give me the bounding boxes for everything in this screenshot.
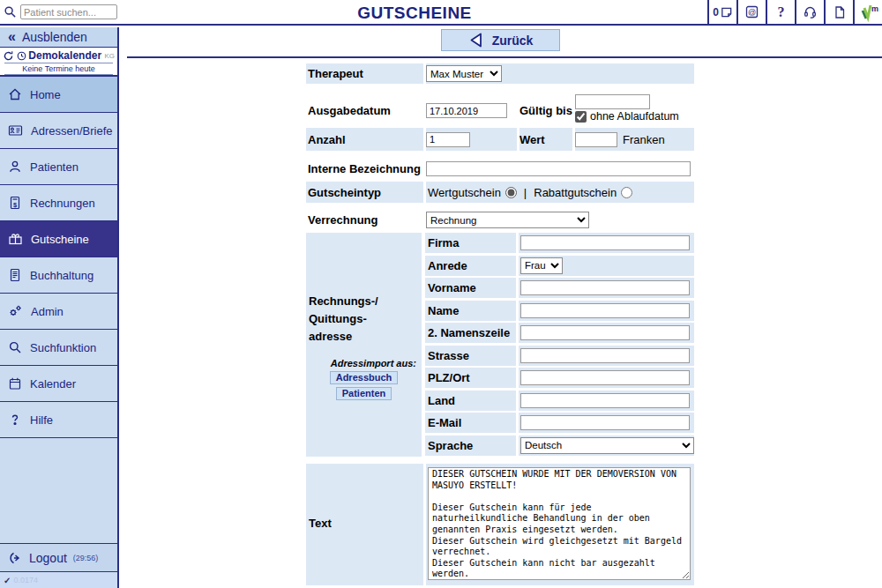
question-mark-icon: ? bbox=[778, 4, 785, 20]
plz-ort-label: PLZ/Ort bbox=[425, 368, 516, 388]
interne-bezeichnung-input[interactable] bbox=[426, 161, 691, 176]
svg-text:$: $ bbox=[13, 201, 18, 209]
patient-search-input[interactable] bbox=[20, 4, 117, 19]
wert-input[interactable] bbox=[575, 132, 617, 147]
calendar-icon bbox=[8, 376, 22, 391]
svg-text:m: m bbox=[871, 4, 878, 13]
land-label: Land bbox=[425, 391, 516, 411]
footer-value: 0.0174 bbox=[13, 576, 38, 584]
sidebar-item-home[interactable]: Home bbox=[0, 77, 117, 113]
sidebar-item-gutscheine[interactable]: Gutscheine bbox=[0, 221, 117, 257]
sidebar-item-rechnungen[interactable]: $ Rechnungen bbox=[0, 185, 117, 221]
gears-icon bbox=[8, 304, 23, 318]
sidebar-item-admin[interactable]: Admin bbox=[0, 294, 117, 330]
sidebar-item-adressen-briefe[interactable]: Adressen/Briefe bbox=[0, 113, 117, 149]
name-input[interactable] bbox=[520, 303, 690, 318]
sidebar-menu: Home Adressen/Briefe Patienten $ Rechnun… bbox=[0, 77, 117, 438]
adressimport-label: Adressimport aus: bbox=[306, 358, 422, 368]
headset-icon bbox=[803, 4, 818, 19]
patient-search bbox=[0, 0, 117, 24]
gueltig-bis-input[interactable] bbox=[575, 94, 650, 109]
anzahl-input[interactable] bbox=[426, 132, 470, 147]
address-card-icon bbox=[8, 123, 23, 138]
note-icon bbox=[720, 5, 733, 19]
calendar-subtitle: Keine Termine heute bbox=[4, 63, 113, 75]
patienten-import-button[interactable]: Patienten bbox=[336, 387, 392, 400]
gutscheintyp-label: Gutscheintyp bbox=[306, 182, 423, 203]
search-icon bbox=[8, 340, 22, 354]
ohne-ablaufdatum-checkbox[interactable] bbox=[575, 111, 587, 123]
verrechnung-row: Verrechnung Rechnung bbox=[306, 210, 694, 230]
name-row: Name bbox=[425, 301, 694, 321]
anzahl-label: Anzahl bbox=[306, 128, 423, 151]
vorname-input[interactable] bbox=[520, 280, 690, 295]
land-input[interactable] bbox=[520, 393, 690, 408]
home-icon bbox=[8, 87, 22, 101]
invoice-icon: $ bbox=[8, 196, 22, 210]
adresse-fields: Firma Anrede Frau Vorname N bbox=[425, 233, 694, 457]
app-logo[interactable]: m bbox=[853, 0, 882, 24]
hide-sidebar-button[interactable]: « Ausblenden bbox=[0, 27, 117, 48]
person-icon bbox=[8, 160, 22, 174]
wertgutschein-radio[interactable] bbox=[505, 187, 517, 198]
sidebar-item-buchhaltung[interactable]: Buchhaltung bbox=[0, 257, 117, 294]
vorname-row: Vorname bbox=[425, 278, 694, 298]
triangle-left-icon bbox=[468, 32, 483, 48]
clock-icon bbox=[17, 51, 26, 61]
therapeut-select[interactable]: Max Muster bbox=[426, 65, 502, 82]
verrechnung-select[interactable]: Rechnung bbox=[426, 212, 589, 228]
support-button[interactable] bbox=[795, 0, 824, 24]
gutschein-text-area[interactable]: DIESER GUTSCHEIN WURDE MIT DER DEMOVERSI… bbox=[428, 467, 691, 580]
top-bar: GUTSCHEINE 0 @ ? m bbox=[0, 0, 882, 26]
page-title: GUTSCHEINE bbox=[357, 4, 472, 23]
sidebar-item-hilfe[interactable]: Hilfe bbox=[0, 402, 117, 438]
firma-label: Firma bbox=[425, 233, 516, 253]
strasse-label: Strasse bbox=[425, 346, 516, 366]
wert-label: Wert bbox=[519, 128, 572, 151]
hide-sidebar-label: Ausblenden bbox=[22, 30, 87, 44]
namenszeile2-label: 2. Namenszeile bbox=[425, 323, 516, 343]
strasse-input[interactable] bbox=[520, 348, 690, 363]
calendar-badge: KG bbox=[104, 52, 115, 60]
ausgabedatum-row: Ausgabedatum Gültig bis ohne Ablaufdatum bbox=[306, 96, 694, 125]
text-label: Text bbox=[306, 464, 423, 585]
sidebar-item-suchfunktion[interactable]: Suchfunktion bbox=[0, 330, 117, 366]
email-row: E-Mail bbox=[425, 413, 694, 433]
sprache-select[interactable]: Deutsch bbox=[520, 437, 694, 454]
logout-button[interactable]: Logout (29:56) bbox=[0, 543, 117, 572]
ausgabedatum-input[interactable] bbox=[426, 103, 507, 118]
rabattgutschein-radio[interactable] bbox=[621, 187, 632, 198]
namenszeile2-input[interactable] bbox=[520, 325, 690, 340]
main-content: Zurück Therapeut Max Muster Ausgabedatum… bbox=[121, 27, 882, 588]
sidebar-item-kalender[interactable]: Kalender bbox=[0, 366, 117, 402]
anrede-select[interactable]: Frau bbox=[520, 257, 563, 274]
notes-button[interactable]: 0 bbox=[707, 0, 736, 24]
mail-button[interactable]: @ bbox=[736, 0, 766, 24]
gutschein-form: Therapeut Max Muster Ausgabedatum Gültig… bbox=[306, 63, 694, 585]
document-button[interactable] bbox=[824, 0, 853, 24]
anrede-label: Anrede bbox=[425, 256, 516, 276]
topbar-icon-row: 0 @ ? m bbox=[707, 0, 882, 24]
land-row: Land bbox=[425, 391, 694, 411]
therapeut-row: Therapeut Max Muster bbox=[306, 63, 694, 84]
plz-ort-input[interactable] bbox=[520, 370, 690, 385]
gueltig-bis-label: Gültig bis bbox=[519, 96, 572, 125]
email-input[interactable] bbox=[520, 415, 690, 430]
adresse-label-cell: Rechnungs-/ Quittungs- adresse Adressimp… bbox=[306, 233, 422, 457]
mail-icon: @ bbox=[744, 4, 759, 19]
adressbuch-button[interactable]: Adressbuch bbox=[330, 371, 399, 384]
logout-label: Logout bbox=[29, 551, 67, 565]
strasse-row: Strasse bbox=[425, 346, 694, 366]
demo-calendar-title[interactable]: Demokalender bbox=[17, 49, 101, 62]
sprache-label: Sprache bbox=[425, 435, 516, 456]
refresh-icon[interactable] bbox=[3, 50, 14, 62]
rabattgutschein-label: Rabattgutschein bbox=[534, 186, 617, 199]
name-label: Name bbox=[425, 301, 516, 321]
therapeut-label: Therapeut bbox=[306, 63, 423, 84]
vm-logo-icon: m bbox=[859, 3, 878, 22]
back-button[interactable]: Zurück bbox=[441, 29, 560, 51]
sidebar-item-patienten[interactable]: Patienten bbox=[0, 149, 117, 185]
help-button[interactable]: ? bbox=[766, 0, 795, 24]
search-icon bbox=[4, 5, 17, 19]
firma-input[interactable] bbox=[520, 235, 690, 250]
